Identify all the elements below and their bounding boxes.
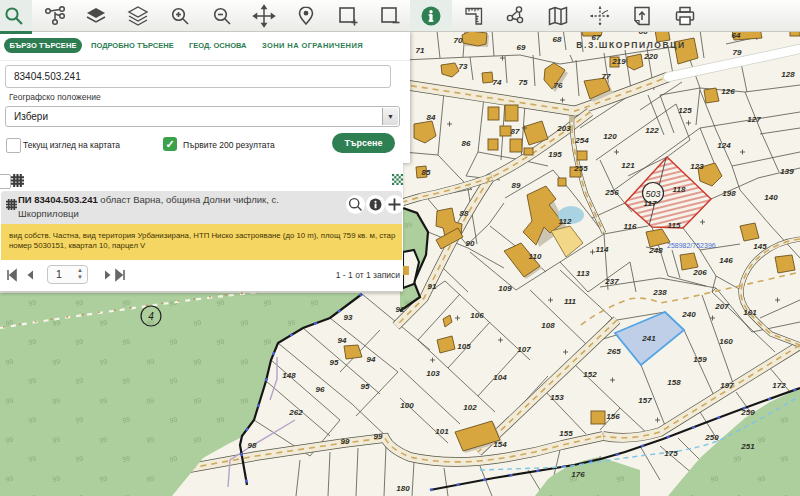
svg-text:105: 105 <box>457 342 471 351</box>
svg-text:120: 120 <box>603 132 617 141</box>
svg-text:198: 198 <box>722 189 736 198</box>
svg-text:126: 126 <box>721 87 735 96</box>
svg-text:140: 140 <box>764 193 778 202</box>
svg-text:203: 203 <box>556 124 571 133</box>
svg-text:124: 124 <box>717 141 731 150</box>
svg-text:95: 95 <box>361 382 370 391</box>
svg-text:109: 109 <box>498 284 512 293</box>
svg-text:265: 265 <box>606 347 621 356</box>
svg-text:96: 96 <box>316 385 325 394</box>
svg-text:92: 92 <box>396 305 405 314</box>
svg-text:139: 139 <box>780 167 794 176</box>
svg-text:4: 4 <box>148 311 154 322</box>
svg-text:195: 195 <box>548 150 562 159</box>
svg-text:117: 117 <box>644 199 657 208</box>
svg-text:108: 108 <box>541 321 555 330</box>
svg-text:220: 220 <box>643 52 658 61</box>
svg-text:123: 123 <box>690 162 704 171</box>
svg-text:255: 255 <box>573 164 588 173</box>
svg-text:157: 157 <box>638 396 652 405</box>
svg-text:76: 76 <box>554 81 563 90</box>
svg-text:219: 219 <box>611 57 626 66</box>
svg-text:85: 85 <box>422 168 431 177</box>
svg-text:84: 84 <box>427 113 436 122</box>
svg-text:107: 107 <box>517 345 531 354</box>
svg-text:95: 95 <box>330 358 339 367</box>
svg-text:238: 238 <box>652 288 667 297</box>
svg-text:71: 71 <box>416 46 425 55</box>
svg-text:89: 89 <box>512 181 521 190</box>
svg-text:98: 98 <box>248 441 257 450</box>
svg-text:128: 128 <box>781 70 795 79</box>
svg-text:160: 160 <box>719 337 733 346</box>
svg-text:116: 116 <box>624 222 637 231</box>
svg-text:207: 207 <box>714 302 729 311</box>
svg-text:172: 172 <box>772 381 786 390</box>
svg-text:175: 175 <box>664 449 678 458</box>
svg-text:70: 70 <box>454 36 463 45</box>
svg-text:237: 237 <box>604 277 619 286</box>
svg-text:121: 121 <box>621 161 635 170</box>
svg-text:197: 197 <box>720 381 734 390</box>
svg-text:106: 106 <box>470 311 484 320</box>
svg-text:77: 77 <box>602 72 611 81</box>
svg-text:104: 104 <box>493 373 507 382</box>
svg-text:110: 110 <box>529 252 542 261</box>
svg-text:118: 118 <box>673 185 686 194</box>
svg-text:148: 148 <box>282 371 296 380</box>
svg-text:73: 73 <box>459 62 468 71</box>
svg-text:145: 145 <box>753 242 767 251</box>
svg-text:251: 251 <box>740 442 755 451</box>
svg-text:114: 114 <box>596 245 609 254</box>
svg-text:159: 159 <box>693 355 707 364</box>
svg-text:86: 86 <box>462 139 471 148</box>
svg-text:122: 122 <box>645 126 659 135</box>
svg-text:94: 94 <box>338 336 347 345</box>
svg-text:127: 127 <box>747 115 761 124</box>
svg-text:259: 259 <box>740 408 755 417</box>
svg-text:256: 256 <box>604 188 619 197</box>
svg-text:91: 91 <box>428 282 437 291</box>
svg-text:156: 156 <box>606 412 620 421</box>
svg-text:158: 158 <box>667 378 681 387</box>
svg-text:68: 68 <box>553 35 562 44</box>
svg-text:503: 503 <box>645 189 660 199</box>
svg-text:102: 102 <box>463 403 477 412</box>
svg-text:99: 99 <box>374 432 383 441</box>
svg-text:154: 154 <box>493 440 507 449</box>
svg-text:125: 125 <box>678 106 692 115</box>
svg-text:69: 69 <box>517 43 526 52</box>
svg-text:64: 64 <box>732 31 741 40</box>
svg-text:250: 250 <box>704 433 719 442</box>
svg-text:113: 113 <box>577 269 590 278</box>
svg-text:161: 161 <box>743 308 757 317</box>
svg-text:79: 79 <box>733 48 742 57</box>
svg-text:262: 262 <box>288 408 303 417</box>
svg-text:248: 248 <box>648 246 663 255</box>
svg-text:115: 115 <box>668 221 681 230</box>
svg-text:75: 75 <box>519 78 528 87</box>
svg-text:155: 155 <box>559 429 573 438</box>
svg-text:67: 67 <box>592 33 601 42</box>
svg-text:87: 87 <box>511 127 520 136</box>
svg-text:254: 254 <box>574 136 589 145</box>
svg-text:176: 176 <box>571 470 585 479</box>
svg-text:180: 180 <box>396 484 410 493</box>
svg-text:101: 101 <box>435 427 449 436</box>
svg-text:258982/752396: 258982/752396 <box>667 242 716 249</box>
svg-text:103: 103 <box>426 369 440 378</box>
svg-text:111: 111 <box>564 297 577 306</box>
svg-text:100: 100 <box>400 401 414 410</box>
svg-text:241: 241 <box>641 334 656 343</box>
svg-text:94: 94 <box>367 355 376 364</box>
svg-text:74: 74 <box>493 78 502 87</box>
svg-text:88: 88 <box>460 209 469 218</box>
svg-text:153: 153 <box>550 393 564 402</box>
svg-text:112: 112 <box>559 217 572 226</box>
svg-text:206: 206 <box>692 268 707 277</box>
svg-text:146: 146 <box>719 256 733 265</box>
svg-text:99: 99 <box>341 437 350 446</box>
svg-text:90: 90 <box>466 239 475 248</box>
svg-text:240: 240 <box>681 310 696 319</box>
svg-text:152: 152 <box>583 370 597 379</box>
